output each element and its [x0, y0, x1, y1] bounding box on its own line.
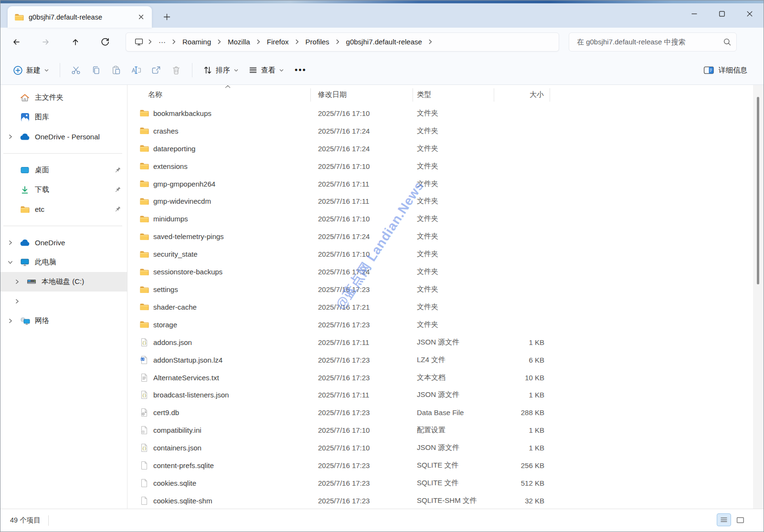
txt-file-icon — [139, 373, 149, 382]
this-pc-icon[interactable] — [132, 38, 146, 46]
sort-button[interactable]: 排序 — [198, 62, 244, 78]
up-button[interactable] — [66, 33, 85, 51]
column-header-type[interactable]: 类型 — [413, 88, 494, 102]
file-row[interactable]: cookies.sqlite-shm2025/7/16 17:23SQLITE-… — [127, 492, 753, 509]
file-size: 288 KB — [494, 408, 550, 417]
details-pane-button[interactable]: 详细信息 — [699, 63, 752, 78]
chevron-right-icon[interactable] — [11, 296, 22, 307]
details-view-toggle[interactable] — [717, 513, 731, 526]
minimize-button[interactable] — [680, 5, 708, 22]
copy-button[interactable] — [86, 61, 106, 79]
file-row[interactable]: sessionstore-backups2025/7/16 17:24文件夹 — [127, 263, 753, 281]
breadcrumb-chevron-icon[interactable] — [293, 39, 301, 45]
file-row[interactable]: compatibility.ini2025/7/16 17:10配置设置1 KB — [127, 421, 753, 439]
sidebar-item-downloads[interactable]: 下载 — [0, 180, 127, 199]
breadcrumb-item[interactable]: Profiles — [301, 36, 334, 48]
file-row[interactable]: {}broadcast-listeners.json2025/7/16 17:1… — [127, 386, 753, 404]
blank-icon — [26, 296, 37, 307]
maximize-button[interactable] — [708, 5, 736, 22]
file-row[interactable]: addonStartup.json.lz42025/7/16 17:23LZ4 … — [127, 351, 753, 369]
explorer-tab[interactable]: g0bsjhi7.default-release — [8, 6, 152, 28]
cut-button[interactable] — [66, 61, 86, 79]
sidebar-item-this-pc[interactable]: 此电脑 — [0, 252, 127, 272]
chevron-right-icon[interactable] — [4, 131, 16, 143]
sidebar-item-label: OneDrive - Personal — [35, 133, 100, 141]
share-button[interactable] — [146, 61, 166, 79]
column-header-date[interactable]: 修改日期 — [311, 88, 413, 102]
breadcrumb-item[interactable]: Roaming — [178, 36, 215, 48]
sidebar-item-label: OneDrive — [35, 239, 65, 247]
sidebar-item-local-disk-c[interactable]: 本地磁盘 (C:) — [0, 272, 127, 292]
breadcrumb-chevron-icon[interactable] — [146, 39, 154, 45]
json-file-icon: {} — [139, 390, 149, 400]
file-row[interactable]: crashes2025/7/16 17:24文件夹 — [127, 122, 753, 140]
rename-button[interactable] — [126, 61, 146, 79]
file-row[interactable]: {}addons.json2025/7/16 17:11JSON 源文件1 KB — [127, 334, 753, 351]
scrollbar-thumb[interactable] — [757, 97, 759, 284]
file-row[interactable]: bookmarkbackups2025/7/16 17:10文件夹 — [127, 104, 753, 122]
column-header-name[interactable]: 名称 — [127, 88, 311, 102]
sidebar-item-label: 下载 — [35, 185, 49, 194]
breadcrumb-item[interactable]: Mozilla — [223, 36, 255, 48]
file-row[interactable]: shader-cache2025/7/16 17:21文件夹 — [127, 298, 753, 316]
address-bar[interactable]: ···RoamingMozillaFirefoxProfilesg0bsjhi7… — [126, 32, 559, 52]
more-options-button[interactable]: ••• — [289, 65, 312, 75]
view-button[interactable]: 查看 — [244, 62, 289, 78]
breadcrumb-ellipsis[interactable]: ··· — [154, 36, 170, 48]
close-button[interactable] — [736, 5, 764, 22]
column-header-size[interactable]: 大小 — [494, 88, 550, 102]
file-row[interactable]: cert9.db2025/7/16 17:23Data Base File288… — [127, 404, 753, 421]
icons-view-toggle[interactable] — [733, 513, 747, 526]
chevron-down-icon[interactable] — [4, 257, 16, 268]
search-box[interactable] — [569, 32, 737, 52]
sidebar-item-home[interactable]: 主文件夹 — [0, 88, 127, 107]
paste-button[interactable] — [106, 61, 126, 79]
svg-text:{}: {} — [142, 394, 147, 398]
file-row[interactable]: minidumps2025/7/16 17:10文件夹 — [127, 210, 753, 228]
file-row[interactable]: saved-telemetry-pings2025/7/16 17:24文件夹 — [127, 228, 753, 245]
file-rows: bookmarkbackups2025/7/16 17:10文件夹crashes… — [127, 104, 753, 509]
file-row[interactable]: {}containers.json2025/7/16 17:10JSON 源文件… — [127, 439, 753, 457]
back-button[interactable] — [7, 33, 25, 51]
file-row[interactable]: AlternateServices.txt2025/7/16 17:23文本文档… — [127, 369, 753, 386]
file-row[interactable]: datareporting2025/7/16 17:24文件夹 — [127, 140, 753, 157]
toolbar-divider — [60, 63, 60, 77]
file-row[interactable]: cookies.sqlite2025/7/16 17:23SQLITE 文件51… — [127, 474, 753, 492]
sidebar-item-onedrive-personal[interactable]: OneDrive - Personal — [0, 127, 127, 146]
file-row[interactable]: extensions2025/7/16 17:10文件夹 — [127, 157, 753, 175]
new-tab-button[interactable] — [159, 9, 175, 25]
search-input[interactable] — [577, 38, 723, 46]
sidebar-item-network[interactable]: 网络 — [0, 311, 127, 331]
file-row[interactable]: content-prefs.sqlite2025/7/16 17:23SQLIT… — [127, 457, 753, 474]
file-date: 2025/7/16 17:11 — [311, 197, 413, 205]
vertical-scrollbar[interactable] — [753, 85, 764, 509]
breadcrumb-chevron-icon[interactable] — [255, 39, 263, 45]
new-button[interactable]: 新建 — [8, 62, 54, 79]
sidebar-item-onedrive[interactable]: OneDrive — [0, 233, 127, 252]
file-row[interactable]: gmp-widevinecdm2025/7/16 17:11文件夹 — [127, 193, 753, 210]
file-row[interactable]: storage2025/7/16 17:23文件夹 — [127, 316, 753, 334]
sidebar-item-collapsed-item[interactable] — [0, 292, 127, 311]
breadcrumb-chevron-icon[interactable] — [426, 39, 435, 45]
chevron-right-icon[interactable] — [4, 315, 16, 327]
forward-button[interactable] — [37, 33, 55, 51]
file-row[interactable]: gmp-gmpopenh2642025/7/16 17:11文件夹 — [127, 175, 753, 193]
breadcrumb-chevron-icon[interactable] — [334, 39, 342, 45]
breadcrumb-chevron-icon[interactable] — [170, 39, 178, 45]
sidebar-item-gallery[interactable]: 图库 — [0, 107, 127, 127]
delete-button[interactable] — [166, 61, 186, 79]
file-row[interactable]: settings2025/7/16 17:23文件夹 — [127, 281, 753, 298]
breadcrumb-chevron-icon[interactable] — [215, 39, 223, 45]
main-area: 主文件夹图库OneDrive - Personal桌面下载etcOneDrive… — [0, 85, 764, 509]
sidebar-item-etc[interactable]: etc — [0, 199, 127, 219]
file-date: 2025/7/16 17:10 — [311, 250, 413, 258]
chevron-right-icon[interactable] — [11, 276, 22, 288]
chevron-right-icon[interactable] — [4, 237, 16, 249]
breadcrumb-item[interactable]: g0bsjhi7.default-release — [342, 36, 426, 48]
breadcrumb-item[interactable]: Firefox — [263, 36, 293, 48]
tab-close-icon[interactable] — [135, 11, 147, 23]
refresh-button[interactable] — [96, 33, 114, 51]
file-row[interactable]: security_state2025/7/16 17:10文件夹 — [127, 245, 753, 263]
sidebar-item-desktop[interactable]: 桌面 — [0, 160, 127, 180]
file-name-cell: {}containers.json — [127, 443, 311, 453]
